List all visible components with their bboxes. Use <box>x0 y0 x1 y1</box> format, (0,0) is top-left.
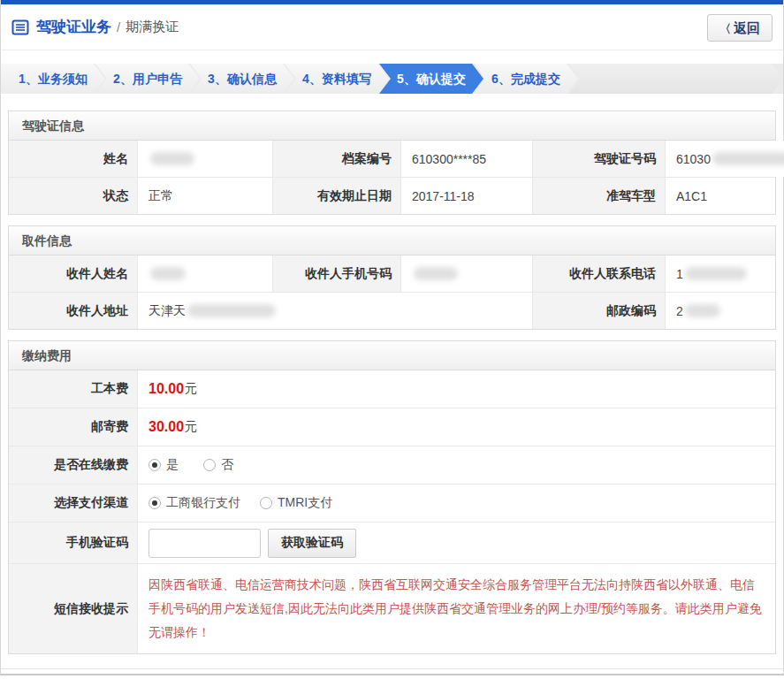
work-fee-label: 工本费 <box>9 370 137 408</box>
work-fee-row: 工本费 10.00元 <box>9 370 775 408</box>
vehicle-class-label: 准驾车型 <box>532 178 665 214</box>
channel-icbc-option[interactable]: 工商银行支付 <box>148 495 240 511</box>
redacted-recipient-mobile <box>414 267 458 280</box>
radio-unchecked-icon <box>203 459 216 471</box>
recipient-address-label: 收件人地址 <box>9 293 137 329</box>
header: 驾驶证业务 / 期满换证 〈返回 <box>1 4 783 50</box>
pickup-info-row-1: 收件人姓名 收件人手机号码 收件人联系电话 1 <box>9 256 775 292</box>
postcode-label: 邮政编码 <box>532 293 665 329</box>
sms-notice-label: 短信接收提示 <box>9 564 137 653</box>
file-number-label: 档案编号 <box>272 141 400 177</box>
online-pay-row: 是否在线缴费 是 否 <box>9 446 775 484</box>
page: 驾驶证业务 / 期满换证 〈返回 1、业务须知 2、用户申告 3、确认信息 4、… <box>0 0 784 675</box>
mail-fee-value: 30.00元 <box>137 408 775 446</box>
step-1-business-notice[interactable]: 1、业务须知 <box>1 64 105 94</box>
footer-actions: 上一步 完成 <box>1 669 783 679</box>
pay-channel-options: 工商银行支付 TMRI支付 <box>137 484 775 522</box>
online-pay-yes-option[interactable]: 是 <box>148 457 179 473</box>
name-label: 姓名 <box>9 141 137 177</box>
redacted-recipient-address <box>187 304 276 317</box>
license-info-row-1: 姓名 档案编号 610300****85 驾驶证号码 61030X <box>9 141 775 177</box>
radio-unchecked-icon <box>260 497 272 509</box>
pickup-info-section: 取件信息 收件人姓名 收件人手机号码 收件人联系电话 1 收件人地址 天津天 邮… <box>8 225 776 330</box>
sms-code-field: 获取验证码 <box>137 523 775 563</box>
pay-channel-row: 选择支付渠道 工商银行支付 TMRI支付 <box>9 484 775 522</box>
license-info-section: 驾驶证信息 姓名 档案编号 610300****85 驾驶证号码 61030X … <box>8 111 776 215</box>
step-5-confirm-submit[interactable]: 5、确认提交 <box>379 64 483 94</box>
expiry-date-label: 有效期止日期 <box>272 178 400 214</box>
pickup-info-section-title: 取件信息 <box>9 226 775 256</box>
recipient-name-value <box>137 256 272 292</box>
postcode-value: 2 <box>665 293 775 329</box>
pay-channel-label: 选择支付渠道 <box>9 484 137 522</box>
channel-tmri-option[interactable]: TMRI支付 <box>260 495 332 511</box>
status-value: 正常 <box>137 178 272 214</box>
chevron-left-icon: 〈 <box>719 22 731 35</box>
document-list-icon <box>11 19 29 36</box>
redacted-name <box>150 152 194 165</box>
sms-code-label: 手机验证码 <box>9 523 137 563</box>
step-indicator: 1、业务须知 2、用户申告 3、确认信息 4、资料填写 5、确认提交 6、完成提… <box>1 64 783 94</box>
step-6-finish-submit[interactable]: 6、完成提交 <box>474 64 578 94</box>
name-value <box>137 141 272 177</box>
step-4-fill-data[interactable]: 4、资料填写 <box>285 64 389 94</box>
radio-checked-icon <box>148 459 161 471</box>
fees-section-title: 缴纳费用 <box>9 341 775 370</box>
recipient-mobile-value <box>400 256 532 292</box>
recipient-name-label: 收件人姓名 <box>9 256 137 292</box>
recipient-mobile-label: 收件人手机号码 <box>272 256 400 292</box>
recipient-address-value: 天津天 <box>137 293 532 329</box>
license-number-label: 驾驶证号码 <box>532 141 665 177</box>
redacted-license-number <box>712 152 784 165</box>
back-button[interactable]: 〈返回 <box>707 14 773 42</box>
redacted-postcode <box>685 304 720 317</box>
pickup-info-row-2: 收件人地址 天津天 邮政编码 2 <box>9 292 775 329</box>
file-number-value: 610300****85 <box>400 141 532 177</box>
license-info-row-2: 状态 正常 有效期止日期 2017-11-18 准驾车型 A1C1 <box>9 177 775 214</box>
mail-fee-row: 邮寄费 30.00元 <box>9 408 775 446</box>
redacted-recipient-phone <box>685 267 747 280</box>
sms-notice-text: 因陕西省联通、电信运营商技术问题，陕西省互联网交通安全综合服务管理平台无法向持陕… <box>138 564 775 653</box>
sms-code-row: 手机验证码 获取验证码 <box>9 522 775 563</box>
recipient-phone-value: 1 <box>665 256 775 292</box>
page-title: 驾驶证业务 <box>36 17 111 37</box>
redacted-recipient-name <box>150 267 186 280</box>
step-2-user-declaration[interactable]: 2、用户申告 <box>95 64 200 94</box>
step-bar-filler <box>568 64 783 94</box>
work-fee-value: 10.00元 <box>137 370 775 408</box>
back-button-label: 返回 <box>734 20 760 35</box>
online-pay-label: 是否在线缴费 <box>9 446 137 484</box>
breadcrumb-divider: / <box>117 19 120 34</box>
online-pay-no-option[interactable]: 否 <box>203 457 233 473</box>
get-code-button[interactable]: 获取验证码 <box>268 529 356 558</box>
step-3-confirm-info[interactable]: 3、确认信息 <box>190 64 294 94</box>
fees-section: 缴纳费用 工本费 10.00元 邮寄费 30.00元 是否在线缴费 是 否 选择… <box>8 340 776 654</box>
license-number-value: 61030X <box>665 141 784 177</box>
vehicle-class-value: A1C1 <box>665 178 775 214</box>
breadcrumb-current: 期满换证 <box>126 19 179 35</box>
sms-notice-row: 短信接收提示 因陕西省联通、电信运营商技术问题，陕西省互联网交通安全综合服务管理… <box>9 563 775 653</box>
sms-notice-cell: 因陕西省联通、电信运营商技术问题，陕西省互联网交通安全综合服务管理平台无法向持陕… <box>137 564 775 653</box>
status-label: 状态 <box>9 178 137 214</box>
sms-code-input[interactable] <box>148 529 261 558</box>
expiry-date-value: 2017-11-18 <box>400 178 532 214</box>
recipient-phone-label: 收件人联系电话 <box>532 256 665 292</box>
mail-fee-label: 邮寄费 <box>9 408 137 446</box>
online-pay-options: 是 否 <box>137 446 775 484</box>
radio-checked-icon <box>148 497 161 509</box>
license-info-section-title: 驾驶证信息 <box>9 111 775 141</box>
